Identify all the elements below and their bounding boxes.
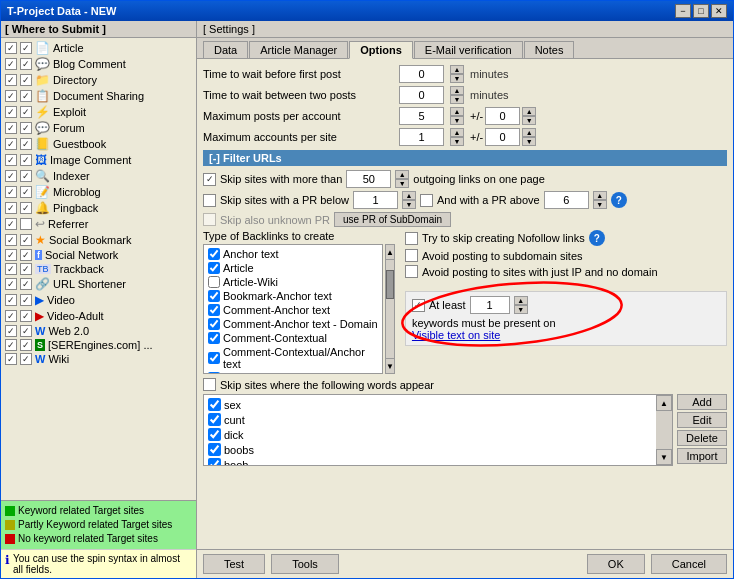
cb-wiki[interactable] [5, 353, 17, 365]
skip-pr-input[interactable] [353, 191, 398, 209]
cb-badwords[interactable] [203, 378, 216, 391]
cb-article-wiki[interactable] [208, 276, 220, 288]
badword-sex[interactable]: sex [206, 397, 654, 412]
backlink-comment-anchor[interactable]: Comment-Anchor text [206, 303, 380, 317]
cb-badword-cunt[interactable] [208, 413, 221, 426]
cb-wiki2[interactable] [20, 353, 32, 365]
skip-more-spin-down[interactable]: ▼ [395, 179, 409, 188]
cb-guestbook[interactable] [5, 138, 17, 150]
cb-badword-boob[interactable] [208, 458, 221, 465]
add-badword-button[interactable]: Add [677, 394, 727, 410]
cb-and-pr-above[interactable] [420, 194, 433, 207]
cb-skip-more[interactable] [203, 173, 216, 186]
plusminus-input-4[interactable] [485, 128, 520, 146]
cb-anchor[interactable] [208, 248, 220, 260]
cb-skip-unknown[interactable] [203, 213, 216, 226]
timing-spin-3-down[interactable]: ▼ [450, 116, 464, 125]
cancel-button[interactable]: Cancel [651, 554, 727, 574]
list-item-socialnetwork[interactable]: f Social Network [1, 248, 196, 262]
use-pr-subdomain-button[interactable]: use PR of SubDomain [334, 212, 451, 227]
list-item-referrer[interactable]: ↩ Referrer [1, 216, 196, 232]
timing-spin-2-up[interactable]: ▲ [450, 86, 464, 95]
cb-web202[interactable] [20, 325, 32, 337]
plusminus-input-3[interactable] [485, 107, 520, 125]
list-item-docsharing[interactable]: 📋 Document Sharing [1, 88, 196, 104]
timing-spin-3-up[interactable]: ▲ [450, 107, 464, 116]
tab-article-manager[interactable]: Article Manager [249, 41, 348, 58]
cb-socialbookmark[interactable] [5, 234, 17, 246]
test-button[interactable]: Test [203, 554, 265, 574]
list-item-exploit[interactable]: ⚡ Exploit [1, 104, 196, 120]
badword-boobs[interactable]: boobs [206, 442, 654, 457]
skip-pr-spin-down[interactable]: ▼ [402, 200, 416, 209]
checkbox-article2[interactable] [20, 42, 32, 54]
cb-indexer[interactable] [5, 170, 17, 182]
cb-comment-anchor[interactable] [208, 304, 220, 316]
plusminus-spin-4-down[interactable]: ▼ [522, 137, 536, 146]
timing-input-3[interactable] [399, 107, 444, 125]
cb-directory2[interactable] [20, 74, 32, 86]
backlink-anchor[interactable]: Anchor text [206, 247, 380, 261]
badword-dick[interactable]: dick [206, 427, 654, 442]
cb-indexer2[interactable] [20, 170, 32, 182]
skip-pr-spin-up[interactable]: ▲ [402, 191, 416, 200]
cb-socialbookmark2[interactable] [20, 234, 32, 246]
timing-spin-4-up[interactable]: ▲ [450, 128, 464, 137]
tab-data[interactable]: Data [203, 41, 248, 58]
tab-email-verification[interactable]: E-Mail verification [414, 41, 523, 58]
list-item-socialbookmark[interactable]: ★ Social Bookmark [1, 232, 196, 248]
backlinks-scroll-up[interactable]: ▲ [385, 244, 395, 260]
cb-guestbook2[interactable] [20, 138, 32, 150]
badword-boob[interactable]: boob [206, 457, 654, 465]
list-item-urlshortener[interactable]: 🔗 URL Shortener [1, 276, 196, 292]
close-button[interactable]: ✕ [711, 4, 727, 18]
cb-urlshortener[interactable] [5, 278, 17, 290]
maximize-button[interactable]: □ [693, 4, 709, 18]
cb-video[interactable] [5, 294, 17, 306]
import-badword-button[interactable]: Import [677, 448, 727, 464]
cb-referrer2[interactable] [20, 218, 32, 230]
cb-ip[interactable] [405, 265, 418, 278]
backlink-comment-anchor-domain[interactable]: Comment-Anchor text - Domain [206, 317, 380, 331]
cb-docsharing[interactable] [5, 90, 17, 102]
cb-nofollow[interactable] [405, 232, 418, 245]
cb-comment-contextual[interactable] [208, 332, 220, 344]
list-item-guestbook[interactable]: 📒 Guestbook [1, 136, 196, 152]
list-item-imagecomment[interactable]: 🖼 Image Comment [1, 152, 196, 168]
cb-pingback2[interactable] [20, 202, 32, 214]
cb-serengines[interactable] [5, 339, 17, 351]
backlink-article-wiki[interactable]: Article-Wiki [206, 275, 380, 289]
cb-badword-dick[interactable] [208, 428, 221, 441]
list-item-pingback[interactable]: 🔔 Pingback [1, 200, 196, 216]
checkbox-article[interactable] [5, 42, 17, 54]
cb-atleast[interactable] [412, 299, 425, 312]
plusminus-spin-3-down[interactable]: ▼ [522, 116, 536, 125]
cb-video2[interactable] [20, 294, 32, 306]
cb-subdomain[interactable] [405, 249, 418, 262]
cb-microblog[interactable] [5, 186, 17, 198]
list-item-directory[interactable]: 📁 Directory [1, 72, 196, 88]
list-item-serengines[interactable]: S [SEREngines.com] ... [1, 338, 196, 352]
cb-serengines2[interactable] [20, 339, 32, 351]
cb-comment-url[interactable] [208, 372, 220, 374]
cb-bl-article[interactable] [208, 262, 220, 274]
cb-imgcomment2[interactable] [20, 154, 32, 166]
list-item-microblog[interactable]: 📝 Microblog [1, 184, 196, 200]
tools-button[interactable]: Tools [271, 554, 339, 574]
list-item-video[interactable]: ▶ Video [1, 292, 196, 308]
list-item-web20[interactable]: W Web 2.0 [1, 324, 196, 338]
cb-badword-sex[interactable] [208, 398, 221, 411]
list-item-forum[interactable]: 💬 Forum [1, 120, 196, 136]
cb-web20[interactable] [5, 325, 17, 337]
timing-spin-1-down[interactable]: ▼ [450, 74, 464, 83]
and-pr-spin-up[interactable]: ▲ [593, 191, 607, 200]
cb-referrer[interactable] [5, 218, 17, 230]
badwords-scroll-up[interactable]: ▲ [656, 395, 672, 411]
timing-input-1[interactable] [399, 65, 444, 83]
backlink-article[interactable]: Article [206, 261, 380, 275]
backlink-comment-url[interactable]: Comment-URL [206, 371, 380, 374]
ok-button[interactable]: OK [587, 554, 645, 574]
tab-notes[interactable]: Notes [524, 41, 575, 58]
help-icon-pr[interactable]: ? [611, 192, 627, 208]
atleast-spin-up[interactable]: ▲ [514, 296, 528, 305]
